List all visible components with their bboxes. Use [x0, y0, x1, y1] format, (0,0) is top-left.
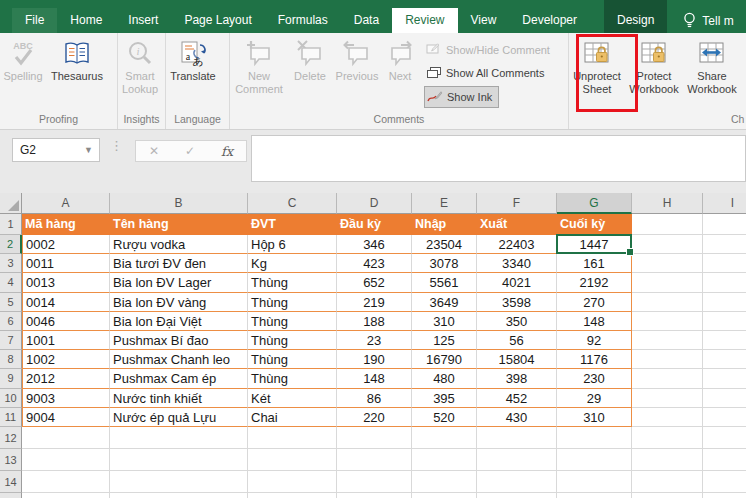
cell-F9[interactable]: 398 [477, 369, 557, 388]
cell-E13[interactable] [412, 449, 477, 471]
row-header-9[interactable]: 9 [0, 369, 22, 388]
cell-D4[interactable]: 652 [337, 273, 412, 292]
thesaurus-button[interactable]: Thesaurus [46, 36, 108, 83]
cell-G15[interactable] [557, 493, 632, 498]
cell-I2[interactable] [703, 235, 746, 254]
cell-I8[interactable] [703, 350, 746, 369]
share-workbook-button[interactable]: Share Workbook [683, 36, 741, 96]
cell-I6[interactable] [703, 312, 746, 331]
cell-C13[interactable] [248, 449, 337, 471]
cell-C15[interactable] [248, 493, 337, 498]
cell-E4[interactable]: 5561 [412, 273, 477, 292]
cell-B5[interactable]: Bia lon ĐV vàng [110, 293, 248, 312]
cell-H15[interactable] [632, 493, 703, 498]
cell-A1[interactable]: Mã hàng [22, 214, 110, 235]
cell-D5[interactable]: 219 [337, 293, 412, 312]
cell-G12[interactable] [557, 427, 632, 449]
cell-C9[interactable]: Thùng [248, 369, 337, 388]
cell-G9[interactable]: 230 [557, 369, 632, 388]
cell-F14[interactable] [477, 471, 557, 493]
cell-C4[interactable]: Thùng [248, 273, 337, 292]
cell-C6[interactable]: Thùng [248, 312, 337, 331]
cell-A3[interactable]: 0011 [22, 254, 110, 273]
cell-A6[interactable]: 0046 [22, 312, 110, 331]
row-header-4[interactable]: 4 [0, 273, 22, 292]
cell-E2[interactable]: 23504 [412, 235, 477, 254]
cell-F5[interactable]: 3598 [477, 293, 557, 312]
cell-D8[interactable]: 190 [337, 350, 412, 369]
cell-D13[interactable] [337, 449, 412, 471]
cell-B9[interactable]: Pushmax Cam ép [110, 369, 248, 388]
cell-H12[interactable] [632, 427, 703, 449]
cell-A8[interactable]: 1002 [22, 350, 110, 369]
cell-F3[interactable]: 3340 [477, 254, 557, 273]
cell-E7[interactable]: 125 [412, 331, 477, 350]
column-header-F[interactable]: F [477, 193, 557, 214]
translate-button[interactable]: a あ Translate [166, 36, 220, 83]
cell-B3[interactable]: Bia tươi ĐV đen [110, 254, 248, 273]
tab-review[interactable]: Review [392, 8, 457, 33]
column-header-D[interactable]: D [337, 193, 412, 214]
cell-E14[interactable] [412, 471, 477, 493]
column-header-H[interactable]: H [632, 193, 703, 214]
cell-C14[interactable] [248, 471, 337, 493]
cell-H8[interactable] [632, 350, 703, 369]
cell-E10[interactable]: 395 [412, 389, 477, 408]
cell-D1[interactable]: Đầu kỳ [337, 214, 412, 235]
tab-home[interactable]: Home [57, 8, 115, 33]
tab-developer[interactable]: Developer [509, 8, 590, 33]
cell-D11[interactable]: 220 [337, 408, 412, 427]
cell-B4[interactable]: Bia lon ĐV Lager [110, 273, 248, 292]
cell-D7[interactable]: 23 [337, 331, 412, 350]
name-box-dropdown-icon[interactable]: ▼ [84, 139, 93, 161]
cell-C5[interactable]: Thùng [248, 293, 337, 312]
cell-B10[interactable]: Nước tinh khiết [110, 389, 248, 408]
row-header-7[interactable]: 7 [0, 331, 22, 350]
cancel-icon[interactable]: ✕ [149, 144, 159, 158]
column-header-C[interactable]: C [248, 193, 337, 214]
cell-D14[interactable] [337, 471, 412, 493]
cell-A10[interactable]: 9003 [22, 389, 110, 408]
cell-I15[interactable] [703, 493, 746, 498]
cell-H3[interactable] [632, 254, 703, 273]
cell-D10[interactable]: 86 [337, 389, 412, 408]
cell-B8[interactable]: Pushmax Chanh leo [110, 350, 248, 369]
cell-B15[interactable] [110, 493, 248, 498]
cell-I4[interactable] [703, 273, 746, 292]
cell-G3[interactable]: 161 [557, 254, 632, 273]
cell-E15[interactable] [412, 493, 477, 498]
cell-A15[interactable] [22, 493, 110, 498]
cell-A2[interactable]: 0002 [22, 235, 110, 254]
cell-I13[interactable] [703, 449, 746, 471]
unprotect-sheet-button[interactable]: Unprotect Sheet [569, 36, 625, 96]
cell-G13[interactable] [557, 449, 632, 471]
cell-G5[interactable]: 270 [557, 293, 632, 312]
formula-bar-input[interactable] [251, 135, 746, 182]
cell-G7[interactable]: 92 [557, 331, 632, 350]
cell-I11[interactable] [703, 408, 746, 427]
protect-workbook-button[interactable]: Protect Workbook [625, 36, 683, 96]
cell-C11[interactable]: Chai [248, 408, 337, 427]
select-all-corner[interactable] [0, 193, 22, 214]
cell-D2[interactable]: 346 [337, 235, 412, 254]
cell-E3[interactable]: 3078 [412, 254, 477, 273]
cell-H10[interactable] [632, 389, 703, 408]
cell-C1[interactable]: ĐVT [248, 214, 337, 235]
cell-H11[interactable] [632, 408, 703, 427]
cell-F1[interactable]: Xuất [477, 214, 557, 235]
cell-G4[interactable]: 2192 [557, 273, 632, 292]
column-header-A[interactable]: A [22, 193, 110, 214]
cell-E12[interactable] [412, 427, 477, 449]
cell-A12[interactable] [22, 427, 110, 449]
cell-D3[interactable]: 423 [337, 254, 412, 273]
cell-G2[interactable]: 1447 [557, 235, 632, 254]
cell-H9[interactable] [632, 369, 703, 388]
row-header-14[interactable]: 14 [0, 471, 22, 493]
cell-I1[interactable] [703, 214, 746, 235]
cell-C8[interactable]: Thùng [248, 350, 337, 369]
row-header-6[interactable]: 6 [0, 312, 22, 331]
cell-H2[interactable] [632, 235, 703, 254]
row-header-15[interactable]: 15 [0, 493, 22, 498]
cell-A9[interactable]: 2012 [22, 369, 110, 388]
row-header-11[interactable]: 11 [0, 408, 22, 427]
